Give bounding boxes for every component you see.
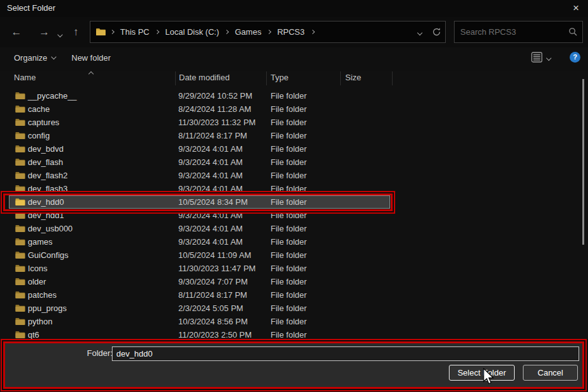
file-date: 9/3/2024 4:01 AM (178, 169, 243, 182)
search-placeholder: Search RPCS3 (460, 27, 516, 37)
file-row[interactable]: Icons 11/30/2023 11:47 PM File folder (0, 262, 396, 275)
file-row[interactable]: qt6 11/20/2023 2:50 PM File folder (0, 328, 396, 341)
address-dropdown-icon[interactable] (418, 27, 422, 37)
file-type: File folder (271, 195, 307, 209)
column-divider[interactable] (266, 71, 267, 85)
folder-icon (15, 224, 25, 235)
file-row[interactable]: dev_hdd0 10/5/2024 8:34 PM File folder (0, 195, 396, 209)
file-type: File folder (271, 116, 307, 129)
breadcrumb-item[interactable]: Games (233, 26, 263, 38)
folder-icon (15, 198, 25, 208)
file-name: dev_hdd1 (28, 209, 64, 222)
folder-icon (15, 105, 25, 115)
file-date: 11/20/2023 2:50 PM (178, 328, 252, 341)
file-row[interactable]: older 9/30/2024 7:07 PM File folder (0, 275, 396, 288)
dialog-title: Select Folder (7, 3, 56, 13)
folder-icon (15, 92, 25, 102)
file-date: 10/5/2024 11:09 AM (178, 248, 251, 262)
folder-icon (15, 291, 25, 301)
file-name: Icons (28, 262, 47, 275)
file-row[interactable]: patches 8/11/2024 8:17 PM File folder (0, 288, 396, 302)
file-date: 9/3/2024 4:01 AM (178, 235, 243, 248)
search-box[interactable]: Search RPCS3 (454, 21, 583, 43)
file-row[interactable]: cache 8/24/2024 11:28 AM File folder (0, 102, 396, 116)
folder-name-input[interactable] (112, 346, 579, 361)
file-name: config (28, 129, 50, 142)
select-folder-button[interactable]: Select Folder (449, 365, 515, 381)
new-folder-button[interactable]: New folder (71, 53, 111, 63)
folder-icon (15, 317, 25, 328)
organize-button[interactable]: Organize (14, 53, 56, 63)
file-date: 8/11/2024 8:17 PM (178, 288, 247, 302)
folder-icon (15, 158, 25, 168)
file-type: File folder (271, 248, 307, 262)
breadcrumb: This PCLocal Disk (C:)GamesRPCS3 (95, 21, 314, 42)
file-type: File folder (271, 169, 307, 182)
file-type: File folder (271, 262, 307, 275)
file-row[interactable]: games 9/3/2024 4:01 AM File folder (0, 235, 396, 248)
file-row[interactable]: dev_flash 9/3/2024 4:01 AM File folder (0, 156, 396, 169)
vertical-scrollbar[interactable] (582, 79, 584, 245)
file-row[interactable]: dev_flash2 9/3/2024 4:01 AM File folder (0, 169, 396, 182)
folder-icon (15, 251, 25, 261)
file-row[interactable]: dev_usb000 9/3/2024 4:01 AM File folder (0, 222, 396, 235)
column-divider[interactable] (392, 71, 393, 85)
address-bar[interactable]: This PCLocal Disk (C:)GamesRPCS3 (90, 21, 446, 43)
view-mode-icon[interactable] (531, 52, 543, 63)
column-header-size[interactable]: Size (345, 73, 361, 82)
help-icon[interactable]: ? (570, 52, 580, 63)
column-divider[interactable] (175, 71, 176, 85)
file-date: 9/3/2024 4:01 AM (178, 182, 243, 195)
column-divider[interactable] (340, 71, 341, 85)
breadcrumb-item[interactable]: This PC (118, 26, 151, 38)
file-type: File folder (271, 235, 307, 248)
address-folder-icon (95, 28, 106, 36)
folder-icon (15, 145, 25, 155)
file-row[interactable]: ppu_progs 2/3/2024 5:05 PM File folder (0, 302, 396, 315)
file-name: games (28, 235, 52, 248)
folder-icon (15, 171, 25, 181)
file-date: 10/5/2024 8:34 PM (178, 195, 248, 209)
file-row[interactable]: GuiConfigs 10/5/2024 11:09 AM File folde… (0, 248, 396, 262)
titlebar: Select Folder × (0, 0, 588, 17)
file-type: File folder (271, 315, 307, 328)
file-date: 9/3/2024 4:01 AM (178, 156, 243, 169)
file-row[interactable]: captures 11/30/2023 11:32 PM File folder (0, 116, 396, 129)
organize-label: Organize (14, 53, 47, 63)
file-row[interactable]: python 10/3/2024 8:56 PM File folder (0, 315, 396, 328)
column-header-date[interactable]: Date modified (179, 73, 230, 82)
file-row[interactable]: __pycache__ 9/29/2024 10:52 PM File fold… (0, 89, 396, 102)
view-dropdown-icon[interactable] (547, 52, 551, 62)
file-type: File folder (271, 182, 307, 195)
breadcrumb-item[interactable]: RPCS3 (275, 26, 306, 38)
file-name: captures (28, 116, 59, 129)
navigation-bar: ← → ↑ This PCLocal Disk (C:)GamesRPCS3 (0, 17, 588, 47)
file-row[interactable]: dev_flash3 9/3/2024 4:01 AM File folder (0, 182, 396, 195)
select-folder-dialog: Select Folder × ← → ↑ This PCLocal Disk … (0, 0, 588, 392)
cancel-button[interactable]: Cancel (523, 365, 578, 381)
breadcrumb-item[interactable]: Local Disk (C:) (163, 26, 221, 38)
back-button[interactable]: ← (7, 23, 26, 42)
file-name: ppu_progs (28, 302, 66, 315)
close-icon[interactable]: × (567, 0, 585, 16)
column-header-name[interactable]: Name (14, 73, 36, 82)
file-name: dev_flash (28, 156, 63, 169)
file-name: python (28, 315, 52, 328)
file-type: File folder (271, 275, 307, 288)
refresh-icon[interactable] (432, 27, 441, 37)
command-toolbar: Organize New folder ? (0, 47, 588, 71)
file-row[interactable]: dev_hdd1 9/3/2024 4:01 AM File folder (0, 209, 396, 222)
breadcrumb-separator-icon (310, 30, 315, 34)
file-type: File folder (271, 142, 307, 156)
file-date: 8/24/2024 11:28 AM (178, 102, 251, 116)
column-header-type[interactable]: Type (271, 73, 288, 82)
up-button[interactable]: ↑ (66, 23, 85, 42)
folder-icon (15, 331, 25, 341)
mouse-cursor (482, 368, 495, 384)
folder-icon (15, 211, 25, 221)
file-row[interactable]: dev_bdvd 9/3/2024 4:01 AM File folder (0, 142, 396, 156)
file-date: 10/3/2024 8:56 PM (178, 315, 248, 328)
file-row[interactable]: config 8/11/2024 8:17 PM File folder (0, 129, 396, 142)
file-date: 11/30/2023 11:32 PM (178, 116, 255, 129)
file-type: File folder (271, 222, 307, 235)
